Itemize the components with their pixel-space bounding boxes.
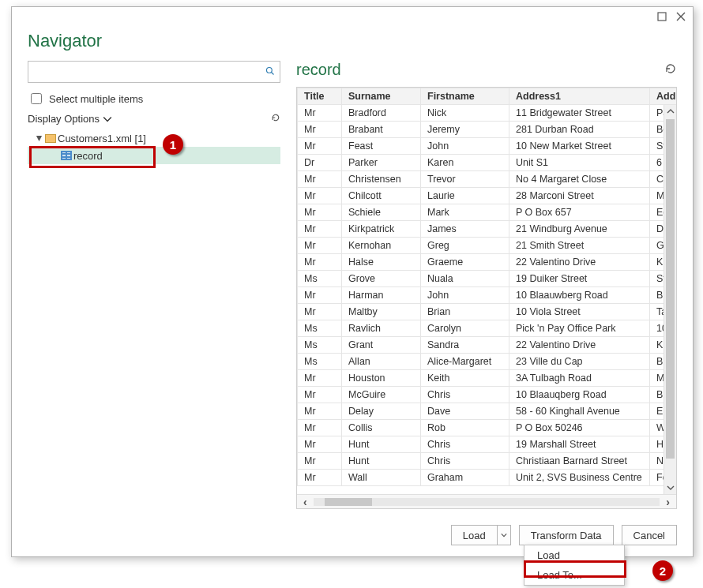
table-cell: Mr xyxy=(298,138,342,155)
table-row[interactable]: MrHoustonKeith3A Tulbagh RoadMilnerton xyxy=(298,370,677,387)
table-cell: Graeme xyxy=(421,254,509,271)
load-split-button[interactable]: Load xyxy=(451,525,511,545)
table-row[interactable]: MsRavlichCarolynPick 'n Pay Office Park1… xyxy=(298,320,677,337)
table-row[interactable]: MrBradfordNick11 Bridgewater StreetPaarl xyxy=(298,105,677,122)
table-cell: Allan xyxy=(342,354,421,370)
table-cell: Graham xyxy=(421,470,509,486)
table-cell: Feast xyxy=(342,138,421,155)
table-cell: P O Box 657 xyxy=(509,204,650,221)
table-row[interactable]: DrParkerKarenUnit S16 Beach xyxy=(298,155,677,171)
table-cell: Ms xyxy=(298,337,342,354)
callout-frame-1 xyxy=(29,146,156,168)
table-cell: Hunt xyxy=(342,453,421,470)
column-header[interactable]: Address2 xyxy=(650,88,677,105)
table-cell: Carolyn xyxy=(421,320,509,337)
hscroll-thumb[interactable] xyxy=(325,498,372,506)
table-row[interactable]: MrChristensenTrevorNo 4 Margaret CloseCo… xyxy=(298,171,677,188)
search-box[interactable] xyxy=(28,61,280,83)
table-cell: 28 Marconi Street xyxy=(509,188,650,204)
load-dropdown-toggle[interactable] xyxy=(497,525,511,545)
table-cell: 281 Durban Road xyxy=(509,122,650,138)
table-cell: 10 Viola Street xyxy=(509,304,650,320)
table-cell: John xyxy=(421,287,509,304)
left-pane: Select multiple items Display Options xyxy=(28,61,280,509)
table-row[interactable]: MrHuntChrisChristiaan Barnard StreetNew xyxy=(298,453,677,470)
vertical-scrollbar[interactable] xyxy=(664,105,676,494)
table-cell: Harman xyxy=(342,287,421,304)
table-row[interactable]: MrFeastJohn10 New Market StreetStanford xyxy=(298,138,677,155)
table-cell: Karen xyxy=(421,155,509,171)
preview-refresh-icon[interactable] xyxy=(664,61,677,79)
table-row[interactable]: MrHuntChris19 Marshall StreetHumewood xyxy=(298,436,677,453)
column-header[interactable]: Firstname xyxy=(421,88,509,105)
close-icon[interactable] xyxy=(674,9,688,24)
table-row[interactable]: MrKernohanGreg21 Smith StreetGlen xyxy=(298,238,677,254)
table-row[interactable]: MsAllanAlice-Margaret23 Ville du CapBlaa… xyxy=(298,354,677,370)
select-multiple-checkbox[interactable] xyxy=(31,93,42,104)
horizontal-scrollbar[interactable]: ‹ › xyxy=(297,494,676,508)
table-cell: Chris xyxy=(421,453,509,470)
table-row[interactable]: MrCollisRobP O Box 50246Waterfront xyxy=(298,420,677,436)
table-row[interactable]: MsGrantSandra22 Valentino DriveKirstenho… xyxy=(298,337,677,354)
table-cell: 19 Marshall Street xyxy=(509,436,650,453)
collapse-icon[interactable] xyxy=(34,135,43,142)
table-cell: No 4 Margaret Close xyxy=(509,171,650,188)
table-cell: 10 Blaauwberg Road xyxy=(509,287,650,304)
scroll-right-icon[interactable]: › xyxy=(663,496,673,508)
scroll-thumb[interactable] xyxy=(666,119,675,459)
scroll-up-icon[interactable] xyxy=(664,105,676,118)
table-row[interactable]: MrKirkpatrickJames21 Windburg AvenueDevi… xyxy=(298,221,677,238)
table-cell: Schiele xyxy=(342,204,421,221)
column-header[interactable]: Title xyxy=(298,88,342,105)
table-cell: Mr xyxy=(298,387,342,403)
column-header[interactable]: Surname xyxy=(342,88,421,105)
scroll-down-icon[interactable] xyxy=(664,481,676,494)
select-multiple-checkbox-row[interactable]: Select multiple items xyxy=(28,91,280,107)
table-row[interactable]: MsGroveNuala19 Duiker StreetStruisbaai xyxy=(298,271,677,287)
tree-root-node[interactable]: Customers1.xml [1] xyxy=(28,129,280,147)
callout-badge-2: 2 xyxy=(652,560,673,581)
chevron-down-icon xyxy=(501,532,507,538)
table-cell: Jeremy xyxy=(421,122,509,138)
table-cell: Houston xyxy=(342,370,421,387)
table-cell: Maltby xyxy=(342,304,421,320)
table-cell: Mr xyxy=(298,304,342,320)
load-button[interactable]: Load xyxy=(451,525,497,545)
table-cell: Ms xyxy=(298,320,342,337)
cancel-button[interactable]: Cancel xyxy=(622,525,677,545)
right-pane: record TitleSurnameFirstnameAddress1Addr… xyxy=(296,61,677,509)
transform-data-button[interactable]: Transform Data xyxy=(519,525,614,545)
table-row[interactable]: MrChilcottLaurie28 Marconi StreetMonte xyxy=(298,188,677,204)
table-row[interactable]: MrBrabantJeremy281 Durban RoadBellville xyxy=(298,122,677,138)
table-row[interactable]: MrMcGuireChris10 Blaauqberg RoadBlouberg xyxy=(298,387,677,403)
table-row[interactable]: MrSchieleMarkP O Box 657Edgemead xyxy=(298,204,677,221)
scroll-left-icon[interactable]: ‹ xyxy=(300,496,310,508)
table-cell: Brian xyxy=(421,304,509,320)
table-cell: Mr xyxy=(298,403,342,420)
chevron-down-icon xyxy=(103,114,112,124)
table-cell: Dr xyxy=(298,155,342,171)
table-cell: Halse xyxy=(342,254,421,271)
maximize-icon[interactable] xyxy=(655,9,669,24)
display-options-label: Display Options xyxy=(28,113,100,125)
table-cell: Ms xyxy=(298,354,342,370)
table-row[interactable]: MrDelayDave58 - 60 Kinghall AvenueEpping xyxy=(298,403,677,420)
table-cell: 58 - 60 Kinghall Avenue xyxy=(509,403,650,420)
callout-badge-1: 1 xyxy=(163,134,183,155)
table-row[interactable]: MrMaltbyBrian10 Viola StreetTable xyxy=(298,304,677,320)
navigator-dialog: Navigator Select multiple items Display … xyxy=(11,6,694,557)
refresh-icon[interactable] xyxy=(271,113,280,125)
display-options-dropdown[interactable]: Display Options xyxy=(28,113,112,125)
table-cell: 10 Blaauqberg Road xyxy=(509,387,650,403)
table-cell: Chris xyxy=(421,436,509,453)
table-row[interactable]: MrWallGrahamUnit 2, SVS Business CentreF… xyxy=(298,470,677,486)
table-cell: Parker xyxy=(342,155,421,171)
table-row[interactable]: MrHarmanJohn10 Blaauwberg RoadBlouberg xyxy=(298,287,677,304)
hscroll-track[interactable] xyxy=(314,498,660,506)
table-cell: Mr xyxy=(298,436,342,453)
column-header[interactable]: Address1 xyxy=(509,88,650,105)
search-icon[interactable] xyxy=(265,65,275,79)
search-input[interactable] xyxy=(28,62,280,82)
table-row[interactable]: MrHalseGraeme22 Valentino DriveKirstenho… xyxy=(298,254,677,271)
table-cell: 23 Ville du Cap xyxy=(509,354,650,370)
